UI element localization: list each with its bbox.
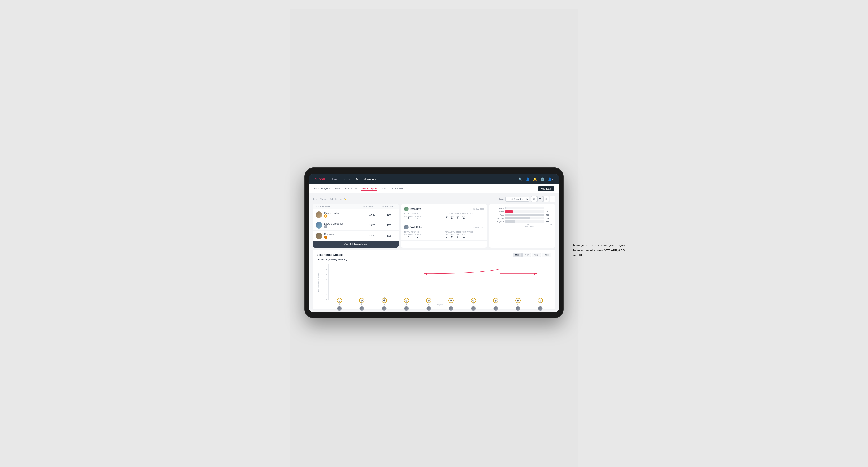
app-value: 0 (450, 236, 454, 238)
add-team-button[interactable]: Add Team (538, 186, 554, 191)
navbar: clippd Home Teams My Performance 🔍 👤 🔔 ⚙… (309, 174, 559, 184)
stats-grid: Total Rounds Tournament 7 Practice (404, 231, 484, 238)
total-rounds-label: Total Rounds (404, 213, 443, 215)
bar-value: 311 (546, 217, 552, 219)
y-label-3: 3 (327, 284, 328, 285)
bar-chart: Eagles 3 Birdies (492, 207, 552, 223)
tablet-screen: clippd Home Teams My Performance 🔍 👤 🔔 ⚙… (309, 174, 559, 312)
app-label: APP (450, 216, 454, 217)
player-avatar (382, 306, 386, 311)
player-avatar (427, 306, 431, 311)
user-icon[interactable]: 👤 (526, 177, 530, 181)
y-label-0: 0 (327, 299, 328, 301)
bar-value: 96 (546, 211, 552, 213)
avatar (316, 232, 322, 239)
bell-icon[interactable]: 🔔 (533, 177, 537, 181)
content-columns: PLAYER NAME PB SCORE PB AVG SQ (313, 204, 555, 248)
subnav-hcaps[interactable]: Hcaps 1-5 (345, 187, 356, 191)
bar-fill (505, 214, 544, 216)
bar-track (505, 217, 545, 219)
practice-value: 4 (415, 217, 421, 220)
bar-track (505, 207, 545, 210)
filter-buttons: OTT APP ARG PUTT (513, 253, 552, 257)
filter-arg[interactable]: ARG (532, 253, 541, 257)
filter-app[interactable]: APP (522, 253, 531, 257)
bar-value: 131 (546, 220, 552, 223)
grid-view-button[interactable]: ⊞ (531, 196, 537, 202)
team-controls: Show Last 3 months ⊞ ☰ ▦ ≡ (498, 196, 555, 202)
subnav-all-players[interactable]: All Players (391, 187, 404, 191)
y-axis-label-container: Best Streak, Fairway Accuracy (316, 264, 320, 301)
bar-label: Bogeys (492, 217, 504, 219)
annotation-text: Here you can see streaks your players ha… (573, 243, 627, 258)
filter-putt[interactable]: PUTT (542, 253, 552, 257)
player-info: Edward Crossman 2 (316, 222, 363, 228)
show-label: Show (498, 198, 503, 200)
table-view-button[interactable]: ≡ (550, 196, 555, 202)
streaks-title: Best Round Streaks ← (316, 253, 348, 257)
chart-panel: Eagles 3 Birdies (489, 204, 555, 248)
table-row: Edward Crossman 2 18/20 107 (313, 220, 399, 231)
bar-fill (505, 217, 530, 219)
chart-x-title: Total Shots (492, 226, 552, 228)
avatar (316, 222, 322, 228)
x-label-200: 200 (526, 224, 529, 225)
subnav-team-clippd[interactable]: Team Clippd (361, 187, 377, 191)
subnav-pgat[interactable]: PGAT Players (314, 187, 330, 191)
putt-value: 1 (462, 236, 466, 238)
subnav-tour[interactable]: Tour (381, 187, 386, 191)
card-view-button[interactable]: ▦ (544, 196, 549, 202)
tournament-value: 8 (404, 217, 412, 220)
settings-icon[interactable]: ⚙️ (540, 177, 545, 181)
edit-icon[interactable]: ✏️ (344, 198, 346, 200)
stats-player-row: Rees Britt 02 Sep 2023 Total Rounds (401, 204, 487, 222)
stats-player-header: Josh Coles 26 Aug 2023 (404, 225, 484, 229)
bar-row: D. Bogeys + 131 (492, 220, 552, 223)
arrow-icon: ← (345, 253, 348, 257)
player-avatar (360, 306, 364, 311)
avatar (316, 211, 322, 218)
profile-icon[interactable]: 👤▾ (548, 177, 553, 181)
stats-date: 02 Sep 2023 (473, 208, 484, 210)
practice-activities-label: Total Practice Activities (445, 231, 484, 233)
bar-row: Bogeys 311 (492, 217, 552, 219)
team-header: Team Clippd | 14 Players ✏️ Show Last 3 … (313, 196, 555, 202)
y-label-5: 5 (327, 274, 328, 276)
avatar (404, 207, 408, 211)
team-title: Team Clippd | 14 Players ✏️ (313, 198, 346, 200)
player-avatar (538, 306, 543, 311)
player-name: Cameron... (324, 233, 336, 236)
player-name: Richard Butler (324, 212, 339, 214)
stats-grid: Total Rounds Tournament 8 Practice (404, 213, 484, 220)
view-leaderboard-button[interactable]: View Full Leaderboard (313, 241, 399, 248)
avatar (404, 225, 408, 229)
y-label-6: 6 (327, 269, 328, 270)
bar-track (505, 214, 545, 216)
y-label-7: 7 (327, 264, 328, 266)
practice-activities-section: Total Practice Activities OTT 0 APP (445, 231, 484, 238)
table-row: Cameron... 3 17/20 103 (313, 231, 399, 241)
nav-links: Home Teams My Performance (331, 178, 377, 181)
list-view-button[interactable]: ☰ (537, 196, 543, 202)
stats-date: 26 Aug 2023 (473, 226, 484, 228)
players-columns: 7xE. Ebert6xB. McHerg6xD. Billingham5xJ.… (328, 264, 552, 306)
period-select[interactable]: Last 3 months (505, 197, 529, 201)
stats-player-name: Rees Britt (404, 207, 421, 211)
streaks-subtitle: Off The Tee, Fairway Accuracy (316, 258, 552, 261)
rank-badge: 1 (324, 214, 328, 218)
player-avatar (471, 306, 476, 311)
bar-label: Birdies (492, 211, 504, 213)
stats-panel: Rees Britt 02 Sep 2023 Total Rounds (401, 204, 487, 248)
tablet-frame: clippd Home Teams My Performance 🔍 👤 🔔 ⚙… (304, 167, 564, 318)
search-icon[interactable]: 🔍 (519, 177, 522, 181)
y-label-2: 2 (327, 289, 328, 290)
nav-home[interactable]: Home (331, 178, 338, 181)
nav-my-performance[interactable]: My Performance (356, 178, 377, 181)
filter-ott[interactable]: OTT (513, 253, 522, 257)
chart-x-axis: 0 200 400 (492, 224, 552, 225)
total-rounds-label: Total Rounds (404, 231, 443, 233)
nav-teams[interactable]: Teams (343, 178, 351, 181)
player-avatar (404, 306, 409, 311)
subnav-pga[interactable]: PGA (335, 187, 340, 191)
total-rounds-section: Total Rounds Tournament 8 Practice (404, 213, 443, 220)
